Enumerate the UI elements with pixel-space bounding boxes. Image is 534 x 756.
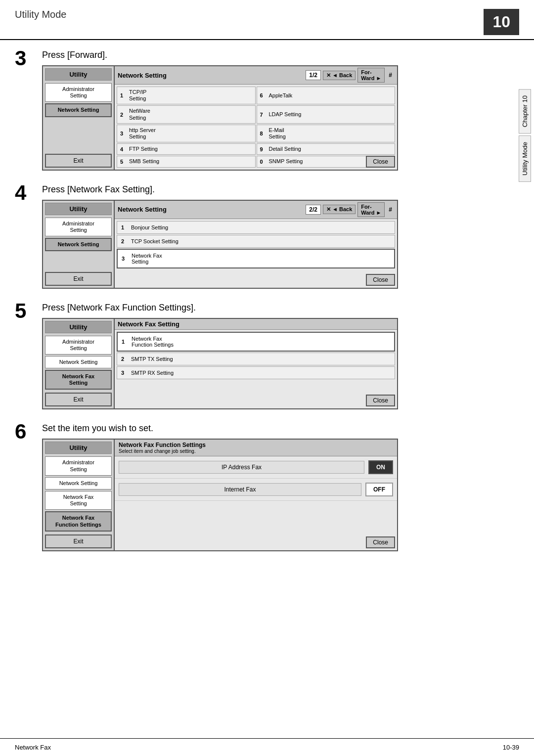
screen-3-hash: # <box>387 71 394 80</box>
screen-5-btn-netfax[interactable]: Network FaxSetting <box>45 370 112 390</box>
screen-6-inet-fax-row: Internet Fax OFF <box>115 479 397 501</box>
screen-6-left-panel: Utility AdministratorSetting Network Set… <box>43 440 115 550</box>
page-header: Utility Mode 10 <box>0 0 534 40</box>
screen-6-btn-netfax[interactable]: Network FaxSetting <box>45 491 112 510</box>
screen-5-list: 1Network FaxFunction Settings 2SMTP TX S… <box>115 330 397 409</box>
screen-3-topbar-title: Network Setting <box>118 72 304 79</box>
step-4-screen: Utility AdministratorSetting Network Set… <box>42 200 398 289</box>
screen-4-forward-btn[interactable]: For-Ward ► <box>357 202 385 217</box>
screen-6-inet-fax-value[interactable]: OFF <box>365 483 393 496</box>
screen-5-exit-btn[interactable]: Exit <box>45 393 112 406</box>
screen-3-grid: 1TCP/IPSetting 6AppleTalk 2NetWareSettin… <box>115 85 397 170</box>
page-title: Utility Mode <box>15 9 66 20</box>
screen-3-item-8[interactable]: 8E-MailSetting <box>257 125 396 142</box>
screen-4-left-title: Utility <box>45 203 112 215</box>
screen-6-btn-network[interactable]: Network Setting <box>45 477 112 489</box>
screen-6-ip-fax-row: IP Address Fax ON <box>115 456 397 479</box>
screen-3-topbar: Network Setting 1/2 ✕ ◄ Back For-Ward ► … <box>115 66 397 85</box>
screen-3-item-2[interactable]: 2NetWareSetting <box>117 105 256 123</box>
screen-3-item-4[interactable]: 4FTP Setting <box>117 143 256 155</box>
step-6-instruction: Set the item you wish to set. <box>42 423 504 434</box>
screen-3-right-panel: Network Setting 1/2 ✕ ◄ Back For-Ward ► … <box>115 66 397 170</box>
screen-3-item-5[interactable]: 5SMB Setting <box>117 156 256 167</box>
step-4-number: 4 <box>15 182 42 203</box>
screen-4-back-btn[interactable]: ✕ ◄ Back <box>323 205 356 214</box>
screen-6-header-sub: Select item and change job setting. <box>119 448 393 454</box>
screen-3-item-6[interactable]: 6AppleTalk <box>257 87 396 104</box>
step-4-instruction: Press [Network Fax Setting]. <box>42 184 504 195</box>
footer-left: Network Fax <box>15 744 51 751</box>
screen-6-left-title: Utility <box>45 442 112 454</box>
screen-5-item-1[interactable]: 1Network FaxFunction Settings <box>117 332 395 352</box>
screen-4-list: 1Bonjour Setting 2TCP Socket Setting 3Ne… <box>115 219 397 288</box>
screen-3-btn-admin[interactable]: AdministratorSetting <box>45 83 112 102</box>
step-4-content: Press [Network Fax Setting]. Utility Adm… <box>42 184 504 289</box>
screen-5-left-title: Utility <box>45 321 112 333</box>
screen-5-btn-admin[interactable]: AdministratorSetting <box>45 336 112 355</box>
screen-5-left-panel: Utility AdministratorSetting Network Set… <box>43 319 115 409</box>
step-5-screen: Utility AdministratorSetting Network Set… <box>42 318 398 410</box>
screen-4-hash: # <box>387 205 394 214</box>
screen-3-btn-network[interactable]: Network Setting <box>45 103 112 117</box>
screen-6-header: Network Fax Function Settings Select ite… <box>115 440 397 456</box>
step-3-screen: Utility AdministratorSetting Network Set… <box>42 65 398 171</box>
screen-3-back-btn[interactable]: ✕ ◄ Back <box>323 71 356 80</box>
step-5-number: 5 <box>15 301 42 321</box>
screen-3-left-panel: Utility AdministratorSetting Network Set… <box>43 66 115 170</box>
screen-5-right-panel: Network Fax Setting 1Network FaxFunction… <box>115 319 397 409</box>
step-6-screen: Utility AdministratorSetting Network Set… <box>42 439 398 551</box>
step-5-instruction: Press [Network Fax Function Settings]. <box>42 303 504 313</box>
step-3-number: 3 <box>15 48 42 69</box>
screen-4-exit-btn[interactable]: Exit <box>45 272 112 286</box>
screen-3-left-title: Utility <box>45 68 112 81</box>
screen-4-page-indicator: 2/2 <box>306 205 321 215</box>
screen-3-exit-btn[interactable]: Exit <box>45 154 112 168</box>
screen-6-ip-fax-value[interactable]: ON <box>368 460 393 474</box>
screen-4-item-2[interactable]: 2TCP Socket Setting <box>117 235 395 248</box>
screen-5-item-3[interactable]: 3SMTP RX Setting <box>117 366 395 379</box>
step-6-content: Set the item you wish to set. Utility Ad… <box>42 423 504 551</box>
screen-6-ip-fax-label[interactable]: IP Address Fax <box>119 461 364 474</box>
screen-4-right-panel: Network Setting 2/2 ✕ ◄ Back For-Ward ► … <box>115 201 397 288</box>
screen-4-item-3[interactable]: 3Network FaxSetting <box>117 249 395 268</box>
screen-5-btn-network[interactable]: Network Setting <box>45 356 112 368</box>
screen-3-close-btn[interactable]: Close <box>366 156 395 168</box>
screen-3-item-9[interactable]: 9Detail Setting <box>257 143 396 155</box>
screen-5-topbar: Network Fax Setting <box>115 319 397 330</box>
screen-6-inet-fax-label[interactable]: Internet Fax <box>119 483 361 496</box>
screen-3-forward-btn[interactable]: For-Ward ► <box>357 68 385 83</box>
screen-5-close-btn[interactable]: Close <box>366 395 395 406</box>
step-4-block: 4 Press [Network Fax Setting]. Utility A… <box>15 184 504 289</box>
screen-5-item-2[interactable]: 2SMTP TX Setting <box>117 353 395 365</box>
screen-3-item-7[interactable]: 7LDAP Setting <box>257 105 396 123</box>
screen-4-close-btn[interactable]: Close <box>366 274 395 286</box>
screen-6-header-title: Network Fax Function Settings <box>119 442 393 448</box>
step-3-content: Press [Forward]. Utility AdministratorSe… <box>42 50 504 171</box>
page-footer: Network Fax 10-39 <box>0 738 534 756</box>
step-6-block: 6 Set the item you wish to set. Utility … <box>15 423 504 551</box>
screen-6-right-panel: Network Fax Function Settings Select ite… <box>115 440 397 550</box>
screen-5-topbar-title: Network Fax Setting <box>118 320 394 328</box>
screen-4-topbar: Network Setting 2/2 ✕ ◄ Back For-Ward ► … <box>115 201 397 219</box>
screen-4-btn-admin[interactable]: AdministratorSetting <box>45 218 112 236</box>
main-content: 3 Press [Forward]. Utility Administrator… <box>0 40 534 575</box>
screen-6-close-btn[interactable]: Close <box>366 536 395 548</box>
step-6-number: 6 <box>15 421 42 442</box>
footer-right: 10-39 <box>503 744 519 751</box>
screen-4-item-1[interactable]: 1Bonjour Setting <box>117 221 395 234</box>
screen-3-item-1[interactable]: 1TCP/IPSetting <box>117 87 256 104</box>
step-3-block: 3 Press [Forward]. Utility Administrator… <box>15 50 504 171</box>
screen-6-btn-admin[interactable]: AdministratorSetting <box>45 456 112 475</box>
chapter-badge: 10 <box>484 9 519 35</box>
screen-6-btn-func[interactable]: Network FaxFunction Settings <box>45 511 112 531</box>
screen-3-page-indicator: 1/2 <box>306 70 321 80</box>
screen-3-item-3[interactable]: 3http ServerSetting <box>117 125 256 142</box>
step-5-content: Press [Network Fax Function Settings]. U… <box>42 303 504 410</box>
screen-4-left-panel: Utility AdministratorSetting Network Set… <box>43 201 115 288</box>
screen-4-btn-network[interactable]: Network Setting <box>45 238 112 251</box>
screen-4-topbar-title: Network Setting <box>118 206 304 213</box>
step-3-instruction: Press [Forward]. <box>42 50 504 60</box>
step-5-block: 5 Press [Network Fax Function Settings].… <box>15 303 504 410</box>
screen-6-exit-btn[interactable]: Exit <box>45 534 112 548</box>
